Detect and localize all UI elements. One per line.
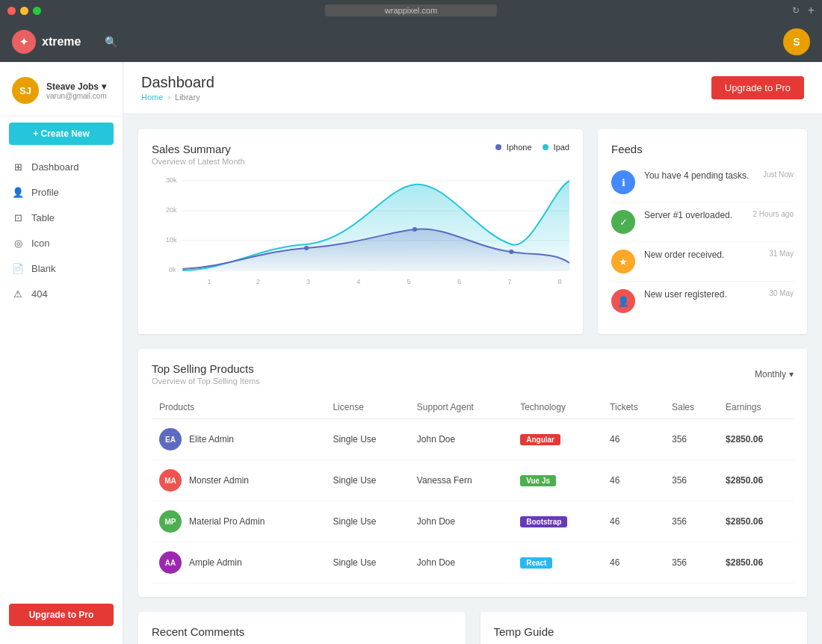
sidebar-item-dashboard[interactable]: ⊞ Dashboard — [0, 154, 123, 179]
product-sales: 356 — [664, 501, 718, 542]
avatar[interactable]: S — [783, 28, 810, 55]
svg-point-16 — [304, 246, 309, 250]
feed-content-3: New order received. — [644, 250, 760, 260]
sidebar-label-profile: Profile — [31, 187, 59, 198]
comments-list: JA James Anderson Lorem Ipsum is simply … — [152, 640, 452, 644]
navbar-logo[interactable]: ✦ xtreme — [12, 30, 81, 54]
breadcrumb: Home › Library — [141, 93, 214, 102]
top-products-card: Top Selling Products Overview of Top Sel… — [138, 349, 807, 597]
recent-comments-card: Recent Comments JA James Anderson Lorem … — [138, 612, 466, 644]
feed-text-3: New order received. — [644, 250, 760, 260]
feeds-title: Feeds — [611, 143, 794, 155]
temp-title: Temp Guide — [494, 625, 794, 638]
tech-badge: Angular — [520, 434, 560, 445]
os-maximize-dot[interactable] — [33, 7, 41, 15]
product-license: Single Use — [325, 460, 409, 501]
tech-badge: React — [520, 557, 552, 569]
product-agent: John Doe — [410, 542, 513, 583]
sidebar-user-info: Steave Jobs ▾ varun@gmail.com — [46, 81, 111, 100]
feed-time-2: 2 Hours ago — [753, 210, 794, 218]
col-products: Products — [152, 396, 325, 419]
table-row: MPMaterial Pro Admin Single Use John Doe… — [152, 501, 794, 542]
create-new-button[interactable]: + Create New — [9, 123, 114, 145]
product-earnings: $2850.06 — [718, 501, 794, 542]
sidebar-label-404: 404 — [31, 288, 48, 300]
svg-text:6: 6 — [457, 278, 461, 285]
products-table: Products License Support Agent Technolog… — [152, 396, 794, 583]
product-earnings: $2850.06 — [718, 542, 794, 583]
sales-subtitle: Overview of Latest Month — [152, 157, 245, 166]
product-name: Material Pro Admin — [189, 516, 265, 527]
sales-title: Sales Summary — [152, 143, 245, 155]
product-sales: 356 — [664, 542, 718, 583]
search-icon[interactable]: 🔍 — [105, 36, 117, 48]
sidebar-username: Steave Jobs ▾ — [46, 81, 111, 92]
feed-item-1: ℹ You have 4 pending tasks. Just Now — [611, 163, 794, 202]
products-subtitle: Overview of Top Selling Items — [152, 377, 260, 386]
dashboard-icon: ⊞ — [12, 161, 24, 173]
product-name: Elite Admin — [189, 434, 234, 445]
os-minimize-dot[interactable] — [20, 7, 28, 15]
chart-legend: Iphone Ipad — [495, 143, 569, 152]
table-icon: ⊡ — [12, 211, 24, 223]
feed-item-2: ✓ Server #1 overloaded. 2 Hours ago — [611, 202, 794, 242]
sidebar-upgrade-button[interactable]: Upgrade to Pro — [9, 604, 114, 626]
sidebar-item-table[interactable]: ⊡ Table — [0, 205, 123, 230]
new-tab-icon[interactable]: + — [808, 4, 815, 17]
breadcrumb-home[interactable]: Home — [141, 93, 163, 102]
svg-text:3: 3 — [306, 278, 310, 285]
table-row: AAAmple Admin Single Use John Doe React … — [152, 542, 794, 583]
breadcrumb-separator: › — [167, 93, 170, 102]
table-row: MAMonster Admin Single Use Vanessa Fern … — [152, 460, 794, 501]
sidebar-item-icon[interactable]: ◎ Icon — [0, 230, 123, 256]
comments-title: Recent Comments — [152, 625, 452, 638]
sales-chart: 30k 20k 10k 0k 1 2 — [152, 173, 569, 293]
product-tickets: 46 — [602, 542, 664, 583]
product-agent: John Doe — [410, 419, 513, 460]
chart-area: 30k 20k 10k 0k 1 2 — [152, 173, 569, 293]
col-tech: Technology — [513, 396, 602, 419]
page-title-area: Dashboard Home › Library — [141, 74, 214, 102]
sidebar-user: SJ Steave Jobs ▾ varun@gmail.com — [0, 71, 123, 117]
feed-content-1: You have 4 pending tasks. — [644, 170, 754, 181]
logo-icon: ✦ — [12, 30, 36, 54]
monthly-filter-button[interactable]: Monthly ▾ — [755, 369, 794, 380]
os-bar: wrappixel.com ↻ + — [0, 0, 822, 21]
feed-icon-1: ℹ — [611, 170, 635, 194]
product-sales: 356 — [664, 419, 718, 460]
refresh-icon[interactable]: ↻ — [792, 5, 800, 16]
os-close-dot[interactable] — [7, 7, 16, 15]
product-license: Single Use — [325, 419, 409, 460]
page-title: Dashboard — [141, 74, 214, 91]
legend-ipad: Ipad — [543, 143, 569, 152]
navbar: ✦ xtreme 🔍 S — [0, 21, 822, 62]
product-tickets: 46 — [602, 419, 664, 460]
sidebar-label-blank: Blank — [31, 263, 56, 274]
svg-point-18 — [509, 250, 513, 254]
sidebar-label-icon: Icon — [31, 238, 50, 249]
sidebar-avatar: SJ — [12, 77, 39, 104]
sidebar-item-blank[interactable]: 📄 Blank — [0, 256, 123, 281]
svg-text:0k: 0k — [169, 266, 176, 273]
feeds-card: Feeds ℹ You have 4 pending tasks. Just N… — [598, 129, 807, 334]
svg-text:1: 1 — [208, 278, 211, 285]
products-title: Top Selling Products — [152, 362, 260, 375]
sidebar-item-404[interactable]: ⚠ 404 — [0, 281, 123, 306]
feed-time-4: 30 May — [769, 289, 794, 297]
feed-content-2: Server #1 overloaded. — [644, 210, 744, 220]
feed-text-1: You have 4 pending tasks. — [644, 170, 754, 181]
header-upgrade-button[interactable]: Upgrade to Pro — [711, 76, 804, 99]
svg-point-17 — [412, 227, 417, 232]
svg-text:20k: 20k — [166, 206, 177, 214]
sidebar-nav: ⊞ Dashboard 👤 Profile ⊡ Table ◎ Icon 📄 — [0, 154, 123, 595]
url-bar[interactable]: wrappixel.com — [325, 4, 497, 16]
products-header: Top Selling Products Overview of Top Sel… — [152, 362, 794, 386]
sidebar-item-profile[interactable]: 👤 Profile — [0, 179, 123, 205]
sidebar-label-table: Table — [31, 212, 55, 223]
table-row: EAElite Admin Single Use John Doe Angula… — [152, 419, 794, 460]
icon-icon: ◎ — [12, 237, 24, 249]
feed-text-4: New user registered. — [644, 289, 760, 300]
product-tickets: 46 — [602, 460, 664, 501]
svg-text:8: 8 — [557, 278, 561, 285]
legend-iphone: Iphone — [495, 143, 532, 152]
